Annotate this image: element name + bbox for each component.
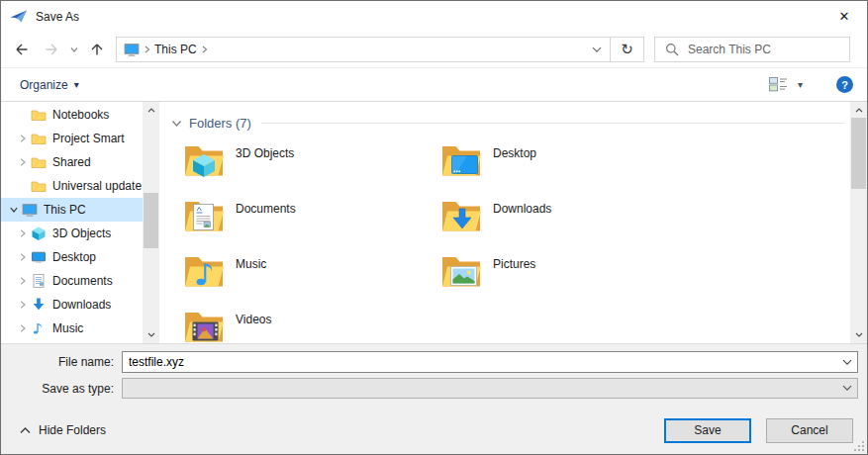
folder-tree: Notebooks Project Smart Shared Universal…	[1, 102, 143, 343]
document-page-icon	[193, 204, 214, 230]
sidebar-item-shared[interactable]: Shared	[1, 150, 143, 174]
change-view-button[interactable]	[769, 77, 789, 92]
file-name-label: File name:	[1, 355, 114, 369]
sidebar-item-project-smart[interactable]: Project Smart	[1, 127, 143, 150]
3d-cube-icon	[31, 226, 47, 241]
content-area: Notebooks Project Smart Shared Universal…	[1, 102, 867, 343]
cancel-button[interactable]: Cancel	[766, 418, 853, 443]
sidebar-scrollbar[interactable]	[143, 102, 159, 343]
search-input[interactable]	[688, 43, 843, 56]
sidebar-item-universal-update[interactable]: Universal update	[1, 174, 143, 198]
main-scrollbar[interactable]	[850, 102, 867, 343]
folder-item-music[interactable]: Music	[182, 250, 439, 306]
folder-icon	[31, 131, 47, 146]
hide-folders-button[interactable]: Hide Folders	[20, 423, 106, 437]
save-as-type-row: Save as type:	[1, 378, 858, 399]
sidebar-item-label: Universal update	[52, 179, 143, 193]
breadcrumb-chevron-icon[interactable]	[200, 45, 209, 54]
scrollbar-thumb[interactable]	[851, 118, 866, 189]
resize-grip[interactable]	[853, 440, 864, 451]
scroll-down-icon[interactable]	[143, 326, 159, 343]
save-as-dialog: Save As ✕ This PC	[0, 0, 868, 455]
folder-item-label: Music	[236, 257, 266, 271]
folder-icon	[439, 195, 483, 238]
chevron-right-icon[interactable]	[15, 276, 31, 286]
scrollbar-thumb[interactable]	[144, 193, 158, 248]
search-box[interactable]	[654, 37, 850, 62]
folder-icon	[182, 139, 226, 183]
recent-locations-button[interactable]	[66, 35, 82, 64]
save-as-type-label: Save as type:	[1, 382, 114, 396]
folder-item-3d-objects[interactable]: 3D Objects	[182, 139, 439, 195]
sidebar-item-desktop[interactable]: Desktop	[1, 245, 143, 269]
chevron-right-icon[interactable]	[15, 134, 31, 143]
file-name-dropdown-button[interactable]	[837, 352, 857, 372]
organize-label: Organize	[20, 78, 68, 92]
file-name-input[interactable]	[123, 355, 837, 369]
command-toolbar: Organize ▾ ▾ ?	[1, 67, 867, 102]
folder-icon	[182, 195, 226, 238]
views-caret-button[interactable]: ▾	[798, 79, 803, 90]
scroll-up-icon[interactable]	[850, 102, 867, 119]
refresh-button[interactable]: ↻	[611, 38, 643, 61]
folder-item-desktop[interactable]: Desktop	[439, 139, 697, 195]
sidebar-item-documents[interactable]: Documents	[1, 269, 143, 293]
folder-grid: 3D Objects Desktop Documents	[182, 139, 850, 343]
folder-item-label: Pictures	[493, 257, 535, 271]
address-dropdown-button[interactable]	[584, 38, 610, 61]
window-title: Save As	[36, 10, 79, 24]
folder-icon	[182, 306, 226, 343]
documents-icon	[31, 273, 47, 289]
computer-icon	[22, 202, 38, 218]
sidebar-item-label: Shared	[52, 155, 93, 169]
downloads-icon	[31, 297, 47, 313]
caret-down-icon: ▾	[74, 79, 79, 90]
toolbar-right-group: ▾ ?	[769, 76, 853, 93]
folder-item-videos[interactable]: Videos	[182, 306, 439, 343]
breadcrumb-this-pc[interactable]: This PC	[154, 43, 197, 56]
chevron-right-icon[interactable]	[15, 300, 31, 310]
folder-item-documents[interactable]: Documents	[182, 195, 439, 250]
down-arrow-icon	[450, 208, 474, 231]
arrow-right-icon	[44, 42, 59, 57]
file-name-row: File name:	[1, 344, 858, 373]
navigation-pane: Notebooks Project Smart Shared Universal…	[1, 102, 159, 343]
save-button[interactable]: Save	[664, 418, 751, 443]
sidebar-item-this-pc[interactable]: This PC	[1, 198, 143, 222]
chevron-right-icon[interactable]	[15, 157, 31, 167]
action-buttons: Save Cancel	[664, 418, 853, 443]
chevron-down-icon[interactable]	[171, 120, 182, 128]
help-button[interactable]: ?	[836, 76, 853, 93]
sidebar-item-music[interactable]: Music	[1, 317, 143, 340]
chevron-right-icon[interactable]	[15, 252, 31, 262]
up-button[interactable]	[82, 35, 112, 64]
chevron-down-icon[interactable]	[6, 205, 22, 215]
arrow-up-icon	[89, 42, 105, 57]
group-divider	[261, 123, 844, 124]
folder-icon	[31, 107, 47, 123]
folder-item-label: 3D Objects	[236, 146, 294, 160]
sidebar-item-notebooks[interactable]: Notebooks	[1, 103, 143, 127]
sidebar-item-downloads[interactable]: Downloads	[1, 293, 143, 317]
folder-item-pictures[interactable]: Pictures	[439, 250, 697, 306]
close-button[interactable]: ✕	[821, 1, 867, 32]
chevron-up-icon	[20, 427, 31, 434]
desktop-icon	[31, 249, 47, 265]
folder-item-downloads[interactable]: Downloads	[439, 195, 697, 250]
folders-group-header[interactable]: Folders (7)	[171, 116, 844, 131]
blue-screen-icon	[451, 155, 478, 175]
chevron-down-icon	[592, 46, 602, 53]
organize-button[interactable]: Organize ▾	[20, 78, 79, 92]
music-icon	[31, 320, 47, 336]
chevron-down-icon	[69, 45, 79, 54]
search-icon	[665, 43, 679, 56]
scroll-up-icon[interactable]	[143, 102, 159, 119]
chevron-right-icon[interactable]	[15, 228, 31, 238]
sidebar-item-3d-objects[interactable]: 3D Objects	[1, 222, 143, 245]
address-bar[interactable]: This PC ↻	[116, 37, 644, 62]
file-name-combobox[interactable]	[122, 351, 858, 373]
chevron-right-icon[interactable]	[15, 323, 31, 333]
sidebar-item-label: 3D Objects	[52, 227, 113, 240]
scroll-down-icon[interactable]	[850, 326, 867, 343]
back-button[interactable]	[7, 35, 37, 64]
